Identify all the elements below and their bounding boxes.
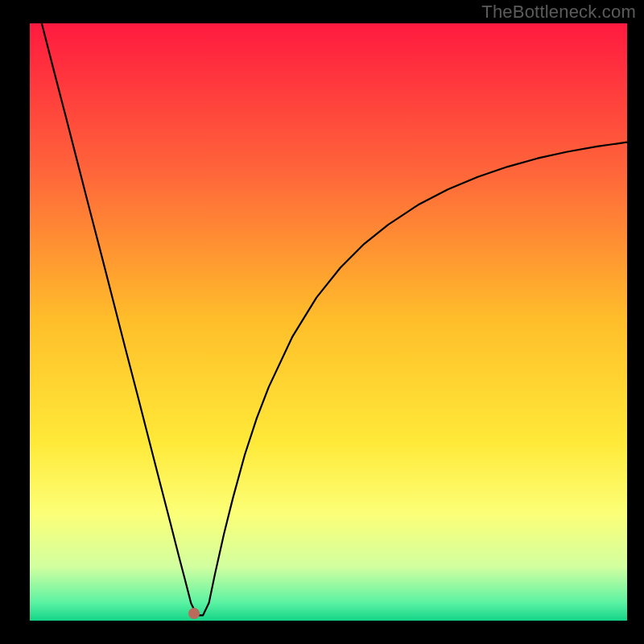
watermark-text: TheBottleneck.com	[481, 2, 636, 23]
chart-frame: TheBottleneck.com	[0, 0, 644, 644]
chart-svg	[0, 0, 644, 644]
optimal-point-marker	[188, 608, 200, 619]
